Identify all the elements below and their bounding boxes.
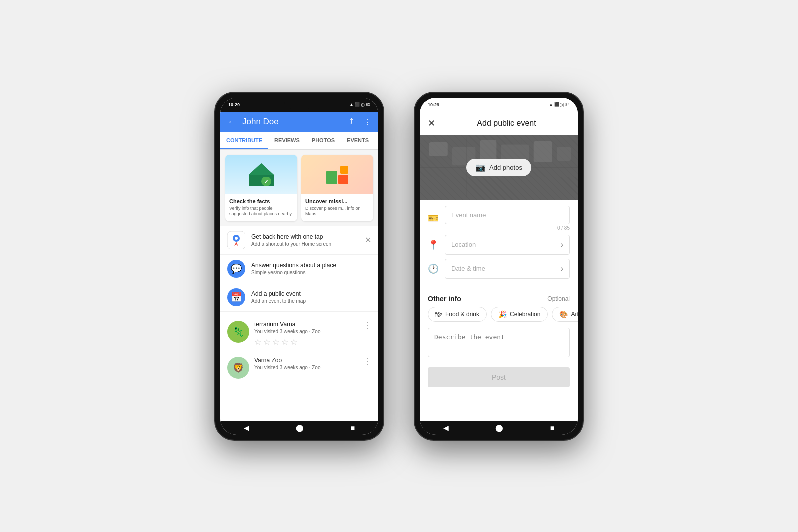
card-2-body: Uncover missi... Discover places m... in… [301, 194, 373, 221]
celebration-label: Celebration [510, 311, 540, 318]
terrarium-stars[interactable]: ☆ ☆ ☆ ☆ ☆ [254, 337, 358, 347]
svg-text:✓: ✓ [264, 178, 269, 185]
location-placeholder: Location [451, 241, 476, 248]
app-header: ← John Doe ⤴ ⋮ [220, 112, 378, 132]
card-check-facts[interactable]: ✓ Check the facts Verify info that peopl… [225, 155, 297, 221]
tabs-bar: CONTRIBUTE REVIEWS PHOTOS EVENTS EDITS [220, 132, 378, 150]
terrarium-thumbnail: 🦎 [227, 321, 249, 343]
tab-reviews[interactable]: REVIEWS [268, 132, 306, 149]
celebration-icon: 🎉 [498, 310, 507, 318]
status-bar-2: 10:29 ▲ ⬛ ))) 84 [420, 98, 578, 112]
location-chevron-icon: › [561, 240, 563, 249]
questions-title: Answer questions about a place [251, 262, 371, 269]
food-drink-label: Food & drink [445, 311, 479, 318]
card-2-image [301, 155, 373, 194]
chip-arts[interactable]: 🎨 Arts [552, 307, 578, 322]
event-name-icon: 🎫 [428, 213, 439, 224]
star-5: ☆ [290, 337, 297, 347]
profile-title: John Doe [242, 117, 339, 127]
status-icons-1: ▲ ⬛ ))) 85 [350, 102, 370, 107]
place-item-terrarium[interactable]: 🦎 terrarium Varna You visited 3 weeks ag… [220, 316, 378, 352]
shortcut-subtitle: Add a shortcut to your Home screen [251, 241, 359, 247]
location-wrap: Location › [445, 235, 570, 255]
add-photos-button[interactable]: 📷 Add photos [466, 159, 531, 176]
svg-rect-15 [557, 147, 571, 161]
list-item-shortcut[interactable]: Get back here with one tap Add a shortcu… [220, 226, 378, 255]
close-icon[interactable]: ✕ [365, 235, 371, 245]
tab-edits[interactable]: EDITS [375, 132, 378, 149]
nav-bar-2: ◀ ⬤ ■ [420, 421, 578, 435]
card-uncover[interactable]: Uncover missi... Discover places m... in… [301, 155, 373, 221]
post-button[interactable]: Post [428, 367, 570, 387]
back-button[interactable]: ← [227, 117, 236, 127]
chip-food-drink[interactable]: 🍽 Food & drink [428, 307, 487, 322]
other-info-label: Other info [428, 295, 461, 303]
svg-rect-13 [501, 144, 529, 161]
zoo-meta: You visited 3 weeks ago · Zoo [254, 365, 358, 370]
shortcut-text: Get back here with one tap Add a shortcu… [251, 233, 359, 247]
photo-area[interactable]: 📷 Add photos [420, 135, 578, 200]
nav-home-2[interactable]: ⬤ [495, 424, 503, 432]
card-2-title: Uncover missi... [305, 198, 369, 204]
datetime-button[interactable]: Date & time › [445, 259, 570, 279]
terrarium-meta: You visited 3 weeks ago · Zoo [254, 329, 358, 334]
nav-back-1[interactable]: ◀ [244, 424, 249, 432]
svg-rect-5 [338, 175, 348, 184]
nav-back-2[interactable]: ◀ [443, 424, 449, 432]
nav-home-1[interactable]: ⬤ [296, 424, 304, 432]
event-subtitle: Add an event to the map [251, 298, 371, 304]
event-name-input[interactable] [445, 206, 570, 224]
arts-icon: 🎨 [559, 310, 568, 318]
zoo-thumbnail: 🦁 [227, 357, 249, 379]
screen-content-2: ✕ Add public event [420, 112, 578, 421]
add-photos-label: Add photos [489, 164, 522, 171]
zoo-info: Varna Zoo You visited 3 weeks ago · Zoo [254, 357, 358, 370]
tab-contribute[interactable]: CONTRIBUTE [220, 132, 268, 149]
terrarium-menu[interactable]: ⋮ [363, 321, 371, 330]
phone-2: 10:29 ▲ ⬛ ))) 84 ✕ Add public event [414, 92, 584, 441]
tab-photos[interactable]: PHOTOS [306, 132, 341, 149]
card-1-body: Check the facts Verify info that people … [225, 194, 297, 221]
shortcut-title: Get back here with one tap [251, 233, 359, 240]
event-name-row: 🎫 0 / 85 [428, 206, 570, 231]
svg-rect-14 [534, 141, 552, 162]
svg-marker-1 [249, 163, 274, 175]
list-item-questions[interactable]: 💬 Answer questions about a place Simple … [220, 255, 378, 283]
zoo-menu[interactable]: ⋮ [363, 357, 371, 366]
cards-row: ✓ Check the facts Verify info that peopl… [220, 150, 378, 226]
nav-square-2[interactable]: ■ [550, 424, 554, 432]
card-1-title: Check the facts [229, 198, 293, 204]
house-icon: ✓ [246, 161, 276, 188]
star-3: ☆ [272, 337, 279, 347]
camera-icon: 📷 [475, 163, 485, 172]
describe-input[interactable] [428, 328, 570, 357]
questions-icon: 💬 [227, 260, 245, 278]
svg-rect-4 [326, 171, 337, 184]
other-info-header: Other info Optional [420, 289, 578, 307]
datetime-chevron-icon: › [561, 264, 563, 273]
status-bar-1: 10:29 ▲ ⬛ ))) 85 [220, 98, 378, 112]
share-icon[interactable]: ⤴ [349, 117, 353, 126]
list-section: Get back here with one tap Add a shortcu… [220, 226, 378, 312]
event-header: ✕ Add public event [420, 112, 578, 135]
menu-icon[interactable]: ⋮ [363, 117, 371, 127]
datetime-row: 🕐 Date & time › [428, 259, 570, 279]
svg-rect-6 [340, 166, 348, 174]
list-item-event[interactable]: 📅 Add a public event Add an event to the… [220, 283, 378, 312]
chip-celebration[interactable]: 🎉 Celebration [491, 307, 548, 322]
form-section: 🎫 0 / 85 📍 Location › [420, 200, 578, 289]
food-drink-icon: 🍽 [435, 310, 442, 318]
location-button[interactable]: Location › [445, 235, 570, 255]
tab-events[interactable]: EVENTS [341, 132, 375, 149]
event-title: Add a public event [251, 290, 371, 297]
status-time-2: 10:29 [428, 102, 439, 107]
place-item-zoo[interactable]: 🦁 Varna Zoo You visited 3 weeks ago · Zo… [220, 352, 378, 384]
categories-row: 🍽 Food & drink 🎉 Celebration 🎨 Arts [420, 307, 578, 328]
event-name-wrap: 0 / 85 [445, 206, 570, 231]
close-button[interactable]: ✕ [428, 118, 435, 129]
google-maps-icon [227, 231, 245, 249]
questions-subtitle: Simple yes/no questions [251, 270, 371, 275]
nav-square-1[interactable]: ■ [351, 424, 355, 432]
svg-rect-10 [429, 142, 448, 156]
status-time-1: 10:29 [228, 102, 240, 107]
